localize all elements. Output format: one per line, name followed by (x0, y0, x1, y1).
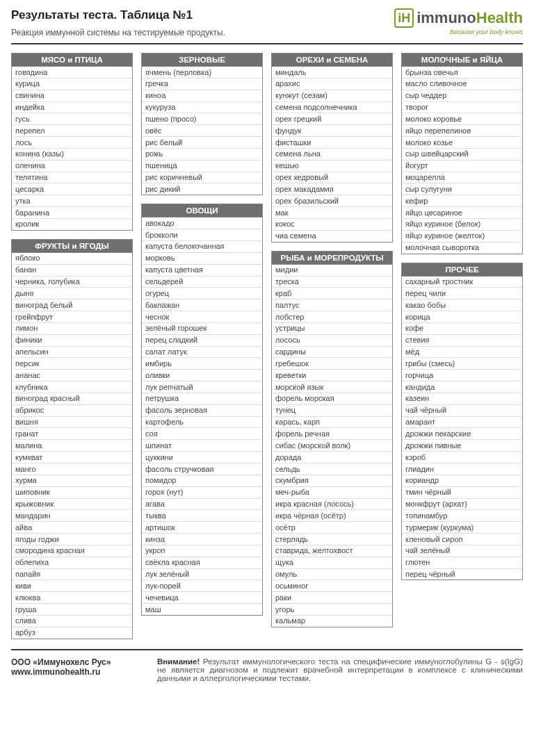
list-item: креветки (272, 370, 392, 381)
logo-text: immunoHealth (416, 9, 523, 27)
column: ЗЕРНОВЫЕячмень (перловка)гречкакиноакуку… (141, 53, 263, 639)
logo: iH immunoHealth Because your body knows (394, 8, 523, 35)
list-item: перец чили (402, 288, 522, 299)
list-item: форель речная (272, 428, 392, 440)
list-item: рис белый (142, 137, 262, 149)
list-item: оленина (12, 161, 132, 172)
list-item: лосось (272, 335, 392, 347)
list-item: лук-порей (142, 580, 262, 592)
column: МЯСО и ПТИЦАговядинакурицасвининаиндейка… (11, 53, 133, 639)
list-item: яйцо перепелиное (402, 125, 522, 137)
list-item: сельдерей (142, 277, 262, 288)
list-item: капуста цветная (142, 265, 262, 277)
list-item: моцарелла (402, 172, 522, 184)
list-item: курица (12, 79, 132, 90)
list-item: сельдь (272, 463, 392, 475)
list-item: кальмар (272, 616, 392, 627)
list-item: пшено (просо) (142, 113, 262, 125)
list-item: клюква (12, 592, 132, 604)
list-item: дрожжи пекарские (402, 428, 522, 440)
list-item: миндаль (272, 67, 392, 79)
list-item: сахарный тростник (402, 277, 522, 288)
list-item: сыр швейцарский (402, 149, 522, 161)
list-item: ананас (12, 370, 132, 381)
list-item: йогурт (402, 161, 522, 172)
list-item: виноград белый (12, 299, 132, 311)
list-item: шиповник (12, 487, 132, 499)
category-box: ФРУКТЫ и ЯГОДЫяблокобананчерника, голуби… (11, 239, 133, 639)
list-item: корица (402, 311, 522, 323)
list-item: брокколи (142, 229, 262, 241)
category-box: МОЛОЧНЫЕ и ЯЙЦАбрынза овечьямасло сливоч… (401, 53, 523, 254)
list-item: смородина красная (12, 545, 132, 557)
list-item: дыня (12, 288, 132, 299)
list-item: облепиха (12, 557, 132, 569)
list-item: сардины (272, 347, 392, 359)
list-item: помидор (142, 475, 262, 487)
list-item: черника, голубика (12, 277, 132, 288)
list-item: кандида (402, 381, 522, 393)
list-item: салат латук (142, 347, 262, 359)
list-item: ставрида, желтохвост (272, 545, 392, 557)
list-item: кумкват (12, 452, 132, 463)
list-item: мидии (272, 265, 392, 277)
list-item: лимон (12, 323, 132, 335)
list-item: мёд (402, 347, 522, 359)
list-item: манго (12, 463, 132, 475)
warning-label: Внимание! (157, 657, 200, 666)
list-item: виноград красный (12, 393, 132, 405)
list-item: свёкла красная (142, 557, 262, 569)
list-item: клубника (12, 381, 132, 393)
list-item: амарант (402, 417, 522, 429)
list-item: чай чёрный (402, 405, 522, 417)
list-item: чиа семена (272, 231, 392, 242)
list-item: соя (142, 428, 262, 440)
category-box: МЯСО и ПТИЦАговядинакурицасвининаиндейка… (11, 53, 133, 231)
list-item: масло сливочное (402, 79, 522, 90)
list-item: цуккини (142, 452, 262, 463)
warning-text: Результат иммунологического теста на спе… (157, 657, 523, 682)
list-item: мак (272, 207, 392, 219)
category-header: ОВОЩИ (142, 204, 262, 217)
footer-left: ООО «Иммунохелс Рус» www.immunohealth.ru (11, 657, 143, 682)
list-item: орех кедровый (272, 172, 392, 184)
list-item: перец чёрный (402, 569, 522, 580)
list-item: топинамбур (402, 510, 522, 522)
list-item: рожь (142, 149, 262, 161)
list-item: оливки (142, 370, 262, 381)
list-item: семена льна (272, 149, 392, 161)
list-item: какао бобы (402, 299, 522, 311)
logo-icon: iH (394, 8, 414, 28)
list-item: картофель (142, 417, 262, 429)
list-item: кориандр (402, 475, 522, 487)
list-item: арбуз (12, 627, 132, 639)
category-body: яблокобананчерника, голубикадынявиноград… (12, 253, 132, 639)
list-item: чеснок (142, 311, 262, 323)
list-item: треска (272, 277, 392, 288)
list-item: скумбрия (272, 475, 392, 487)
list-item: хурма (12, 475, 132, 487)
list-item: слива (12, 616, 132, 627)
list-item: утка (12, 195, 132, 207)
categories-grid: МЯСО и ПТИЦАговядинакурицасвининаиндейка… (11, 53, 523, 639)
list-item: молочная сыворотка (402, 243, 522, 254)
list-item: лук репчатый (142, 381, 262, 393)
list-item: гусь (12, 113, 132, 125)
list-item: молоко коровье (402, 113, 522, 125)
list-item: зелёный горошек (142, 323, 262, 335)
list-item: яблоко (12, 253, 132, 265)
list-item: маш (142, 604, 262, 615)
list-item: гречка (142, 79, 262, 90)
list-item: мандарин (12, 510, 132, 522)
list-item: индейка (12, 102, 132, 114)
list-item: стевия (402, 335, 522, 347)
list-item: рис дикий (142, 183, 262, 195)
category-box: ОВОЩИавокадоброкколикапуста белокочанная… (141, 204, 263, 616)
list-item: монкфрут (архат) (402, 499, 522, 511)
list-item: меч-рыба (272, 487, 392, 499)
list-item: турмерик (куркума) (402, 522, 522, 534)
list-item: арахис (272, 79, 392, 90)
list-item: творог (402, 102, 522, 114)
list-item: форель морская (272, 393, 392, 405)
list-item: тмин чёрный (402, 487, 522, 499)
